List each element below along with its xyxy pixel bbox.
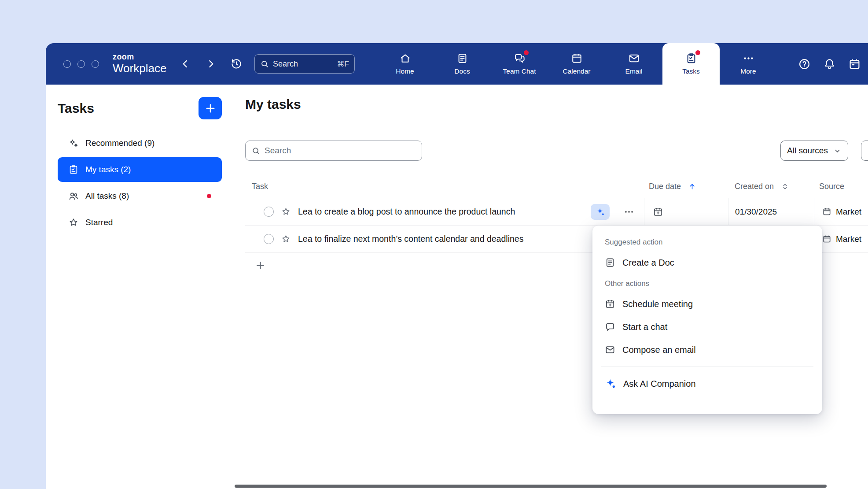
source-label: Market <box>836 234 861 244</box>
nav-item-tasks[interactable]: Tasks <box>662 43 720 85</box>
nav-item-docs[interactable]: Docs <box>434 43 491 85</box>
star-icon <box>68 217 79 228</box>
ai-sparkle-icon <box>596 207 605 217</box>
help-icon[interactable] <box>798 58 811 70</box>
task-list-icon <box>68 164 79 175</box>
nav-item-home[interactable]: Home <box>376 43 434 85</box>
sidebar-item-all-tasks[interactable]: All tasks (8) <box>58 184 222 208</box>
team-chat-icon <box>514 52 526 64</box>
calendar-source-icon <box>822 207 831 216</box>
sidebar-item-recommended[interactable]: Recommended (9) <box>58 131 222 156</box>
menu-item-ask-ai-companion[interactable]: Ask AI Companion <box>592 372 822 395</box>
nav-item-email[interactable]: Email <box>605 43 662 85</box>
sort-toggle-icon[interactable] <box>781 182 789 191</box>
sparkles-icon <box>68 138 79 148</box>
clipped-filter-button[interactable] <box>861 141 868 161</box>
global-search-shortcut: ⌘F <box>337 59 349 69</box>
tasks-sidebar: Tasks Recommended (9) My tasks (2) <box>46 85 234 489</box>
ai-companion-button[interactable] <box>591 204 610 220</box>
sidebar-item-label: My tasks (2) <box>85 165 131 174</box>
ai-companion-icon <box>605 378 616 389</box>
sidebar-item-my-tasks[interactable]: My tasks (2) <box>58 157 222 182</box>
suggested-actions-menu: Suggested action Create a Doc Other acti… <box>592 226 822 414</box>
star-icon[interactable] <box>281 234 291 244</box>
logo-zoom-text: zoom <box>113 53 166 62</box>
logo-workplace-text: Workplace <box>113 62 166 75</box>
notifications-bell-icon[interactable] <box>823 58 836 70</box>
source-filter-value: All sources <box>787 146 828 156</box>
task-title[interactable]: Lea to finalize next month’s content cal… <box>298 234 523 244</box>
sidebar-item-label: Starred <box>85 218 113 227</box>
mini-calendar-icon[interactable] <box>848 58 861 70</box>
home-icon <box>399 52 411 64</box>
sidebar-item-label: Recommended (9) <box>85 138 154 148</box>
task-complete-checkbox[interactable] <box>264 234 274 244</box>
global-search-placeholder: Search <box>273 59 298 69</box>
column-header-task: Task <box>245 175 644 198</box>
ellipsis-icon <box>624 207 634 217</box>
window-control-minimize[interactable] <box>77 60 85 68</box>
tasks-notification-dot <box>695 50 700 55</box>
page-title: My tasks <box>245 97 301 112</box>
nav-item-calendar[interactable]: Calendar <box>548 43 605 85</box>
email-icon <box>628 52 640 64</box>
new-task-button[interactable] <box>199 97 222 119</box>
sidebar-title: Tasks <box>58 101 94 116</box>
chat-bubble-icon <box>605 322 615 332</box>
sidebar-item-starred[interactable]: Starred <box>58 210 222 235</box>
calendar-source-icon <box>822 234 831 244</box>
top-navigation: Home Docs Team Chat Calendar <box>376 43 777 85</box>
chevron-right-icon <box>205 58 217 70</box>
horizontal-scrollbar[interactable] <box>235 485 827 488</box>
window-control-maximize[interactable] <box>92 60 99 68</box>
chevron-left-icon <box>180 58 191 70</box>
sidebar-item-label: All tasks (8) <box>85 191 129 201</box>
global-search[interactable]: Search ⌘F <box>254 54 355 74</box>
menu-item-compose-email[interactable]: Compose an email <box>592 338 822 361</box>
menu-item-schedule-meeting[interactable]: Schedule meeting <box>592 293 822 315</box>
search-icon <box>260 59 269 68</box>
menu-item-create-doc[interactable]: Create a Doc <box>592 251 822 274</box>
column-header-created-on[interactable]: Created on <box>728 175 814 198</box>
search-icon <box>251 146 261 156</box>
tasks-search <box>245 141 422 161</box>
topbar-right-actions <box>798 43 861 85</box>
forward-button[interactable] <box>203 56 218 71</box>
more-icon <box>743 52 754 64</box>
window-controls <box>63 43 99 85</box>
created-on-date: 01/30/2025 <box>735 207 777 217</box>
plus-icon <box>204 102 217 115</box>
source-filter-dropdown[interactable]: All sources <box>780 141 848 161</box>
star-icon[interactable] <box>281 207 291 217</box>
menu-item-start-chat[interactable]: Start a chat <box>592 315 822 338</box>
nav-item-more[interactable]: More <box>720 43 777 85</box>
calendar-plus-icon <box>605 299 615 309</box>
nav-item-team-chat[interactable]: Team Chat <box>491 43 548 85</box>
chevron-down-icon <box>833 147 842 155</box>
menu-section-label: Other actions <box>592 274 822 293</box>
tasks-search-input[interactable] <box>265 146 416 156</box>
history-button[interactable] <box>229 56 244 71</box>
all-tasks-notification-dot <box>207 194 211 198</box>
source-label: Market <box>836 207 861 217</box>
column-header-due-date[interactable]: Due date <box>644 175 728 198</box>
back-button[interactable] <box>178 56 193 71</box>
envelope-icon <box>605 345 615 355</box>
plus-icon <box>255 260 266 271</box>
docs-icon <box>456 52 468 64</box>
menu-section-label: Suggested action <box>592 233 822 251</box>
sort-ascending-icon[interactable] <box>688 182 696 191</box>
table-header-row: Task Due date Created on Source <box>245 175 868 198</box>
topbar: zoom Workplace Search ⌘F <box>46 43 868 85</box>
calendar-icon <box>571 52 583 64</box>
history-icon <box>230 58 243 70</box>
add-due-date-icon[interactable] <box>653 207 663 217</box>
table-row: Lea to create a blog post to announce th… <box>245 198 868 226</box>
window-control-close[interactable] <box>63 60 71 68</box>
task-complete-checkbox[interactable] <box>264 207 274 217</box>
menu-divider <box>601 367 813 367</box>
row-more-button[interactable] <box>621 204 637 220</box>
task-title[interactable]: Lea to create a blog post to announce th… <box>298 207 515 217</box>
doc-icon <box>605 257 615 268</box>
column-header-source: Source <box>814 175 868 198</box>
